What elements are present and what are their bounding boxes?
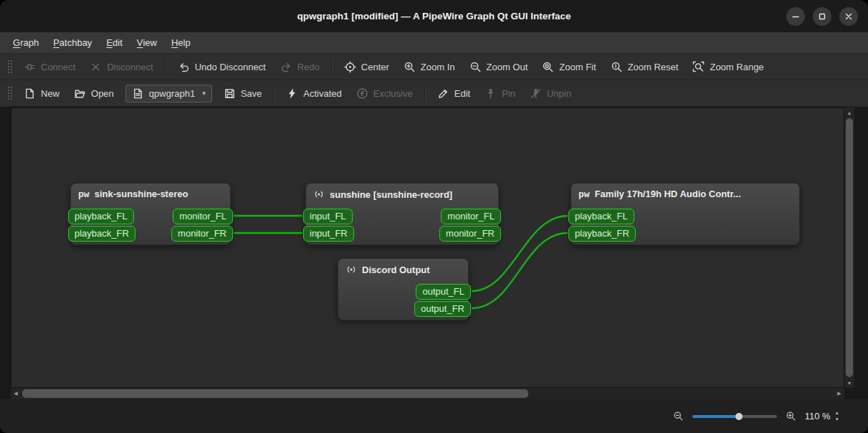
zoom-fit-icon <box>542 61 554 73</box>
node-title: sunshine [sunshine-record] <box>330 189 452 200</box>
connect-button[interactable]: Connect <box>17 57 82 77</box>
unpin-label: Unpin <box>547 88 571 99</box>
minimize-button[interactable] <box>786 7 805 26</box>
toolbar-separator <box>165 58 166 75</box>
vertical-scrollbar-thumb[interactable] <box>846 118 853 377</box>
undo-icon <box>178 61 190 73</box>
zoom-range-icon <box>692 61 705 73</box>
open-button[interactable]: Open <box>67 84 120 103</box>
zoom-out-icon <box>469 61 482 73</box>
horizontal-scrollbar-thumb[interactable] <box>22 389 528 398</box>
port-output_FL[interactable]: output_FL <box>416 284 471 300</box>
qpwgraph1-dropdown[interactable]: qpwgraph1▾ <box>125 85 212 103</box>
port-monitor_FL[interactable]: monitor_FL <box>173 209 233 224</box>
center-icon <box>344 61 356 73</box>
open-icon <box>74 87 86 100</box>
zoom-slider[interactable] <box>692 411 777 422</box>
menu-graph[interactable]: Graph <box>6 32 46 53</box>
menu-view[interactable]: View <box>130 32 164 53</box>
spin-up-button[interactable]: ▲ <box>835 411 839 416</box>
zoom-in-button[interactable]: Zoom In <box>397 57 462 77</box>
node-discord-output[interactable]: Discord Outputoutput_FLoutput_FR <box>338 258 469 320</box>
connection-wires-layer <box>11 108 844 388</box>
port-input_FR[interactable]: input_FR <box>303 226 354 242</box>
graph-area: pwsink-sunshine-stereoplayback_FLplaybac… <box>0 107 868 399</box>
redo-label: Redo <box>297 62 320 72</box>
exclusive-button[interactable]: Exclusive <box>350 84 419 103</box>
port-playback_FR[interactable]: playback_FR <box>68 226 135 242</box>
disconnect-button[interactable]: Disconnect <box>83 57 159 77</box>
qpwgraph1-label: qpwgraph1 <box>149 88 195 99</box>
spin-down-button[interactable]: ▼ <box>835 417 839 422</box>
unpin-button[interactable]: Unpin <box>523 84 578 103</box>
zoom-spinbox[interactable]: 110 % ▲ ▼ <box>805 411 839 422</box>
pin-label: Pin <box>502 88 515 99</box>
zoom-slider-fill <box>692 415 739 418</box>
open-label: Open <box>91 88 114 99</box>
app-window: qpwgraph1 [modified] — A PipeWire Graph … <box>0 0 868 433</box>
node-sink-sunshine-stereo[interactable]: pwsink-sunshine-stereoplayback_FLplaybac… <box>70 183 231 245</box>
zoom-out-button[interactable]: Zoom Out <box>463 57 535 77</box>
port-output_FR[interactable]: output_FR <box>414 301 471 317</box>
port-input_FL[interactable]: input_FL <box>303 209 353 224</box>
scroll-up-arrow-icon[interactable]: ▲ <box>844 108 854 118</box>
menu-patchbay[interactable]: Patchbay <box>46 32 99 53</box>
node-header: pwFamily 17h/19h HD Audio Contr... <box>571 184 799 202</box>
zoom-slider-handle[interactable] <box>735 413 743 420</box>
patchbay-toolbar-handle[interactable] <box>6 85 12 101</box>
exclusive-icon <box>356 87 368 100</box>
redo-button[interactable]: Redo <box>274 57 326 77</box>
zoom-fit-button[interactable]: Zoom Fit <box>535 57 602 77</box>
zoom-in-icon <box>404 61 416 73</box>
activated-icon <box>286 87 298 100</box>
spin-arrows: ▲ ▼ <box>835 411 839 422</box>
zoom-out-label: Zoom Out <box>487 62 528 72</box>
node-title: sink-sunshine-stereo <box>95 189 189 199</box>
undo-disconnect-button[interactable]: Undo Disconnect <box>171 57 272 77</box>
scroll-left-arrow-icon[interactable]: ◀ <box>11 388 21 399</box>
window-controls <box>786 0 858 32</box>
node-family-17h-19h-hd-audio-contr[interactable]: pwFamily 17h/19h HD Audio Contr...playba… <box>571 183 800 245</box>
titlebar[interactable]: qpwgraph1 [modified] — A PipeWire Graph … <box>0 0 868 32</box>
toolbar-separator <box>331 58 333 75</box>
scroll-down-arrow-icon[interactable]: ▼ <box>844 378 854 388</box>
edit-icon <box>437 87 449 100</box>
port-monitor_FR[interactable]: monitor_FR <box>439 226 501 242</box>
save-button[interactable]: Save <box>217 84 269 103</box>
new-button[interactable]: New <box>17 84 66 103</box>
main-toolbar-handle[interactable] <box>6 59 12 75</box>
graph-canvas[interactable]: pwsink-sunshine-stereoplayback_FLplaybac… <box>11 108 844 388</box>
zoom-range-button[interactable]: Zoom Range <box>686 57 770 77</box>
edit-button[interactable]: Edit <box>431 84 477 103</box>
menu-edit[interactable]: Edit <box>99 32 129 53</box>
maximize-button[interactable] <box>813 7 831 26</box>
node-sunshine-sunshine-record[interactable]: sunshine [sunshine-record]input_FLinput_… <box>305 183 499 245</box>
node-header: pwsink-sunshine-stereo <box>71 184 230 202</box>
port-monitor_FL[interactable]: monitor_FL <box>441 209 501 224</box>
undo-disconnect-label: Undo Disconnect <box>195 62 266 72</box>
close-button[interactable] <box>839 7 858 26</box>
vertical-scrollbar[interactable]: ▲ ▼ <box>844 108 854 388</box>
activated-button[interactable]: Activated <box>280 84 348 103</box>
pin-button[interactable]: Pin <box>478 84 522 103</box>
exclusive-label: Exclusive <box>373 88 413 99</box>
activated-label: Activated <box>303 88 341 99</box>
audio-client-icon <box>313 189 325 200</box>
connect-label: Connect <box>41 62 75 72</box>
maximize-icon <box>816 11 828 22</box>
pipewire-icon: pw <box>578 189 590 199</box>
port-playback_FR[interactable]: playback_FR <box>568 226 636 242</box>
window-title: qpwgraph1 [modified] — A PipeWire Graph … <box>297 11 571 22</box>
zoom-reset-label: Zoom Reset <box>628 62 679 72</box>
port-playback_FL[interactable]: playback_FL <box>68 209 134 224</box>
edit-label: Edit <box>454 88 470 99</box>
zoom-in-label: Zoom In <box>421 62 455 72</box>
scroll-right-arrow-icon[interactable]: ▶ <box>834 388 844 399</box>
zoom-reset-button[interactable]: Zoom Reset <box>604 57 685 77</box>
menu-help[interactable]: Help <box>164 32 198 53</box>
horizontal-scrollbar[interactable]: ◀ ▶ <box>11 388 844 399</box>
center-button[interactable]: Center <box>338 57 396 77</box>
pin-icon <box>485 87 497 100</box>
port-monitor_FR[interactable]: monitor_FR <box>171 226 233 242</box>
port-playback_FL[interactable]: playback_FL <box>568 209 634 224</box>
